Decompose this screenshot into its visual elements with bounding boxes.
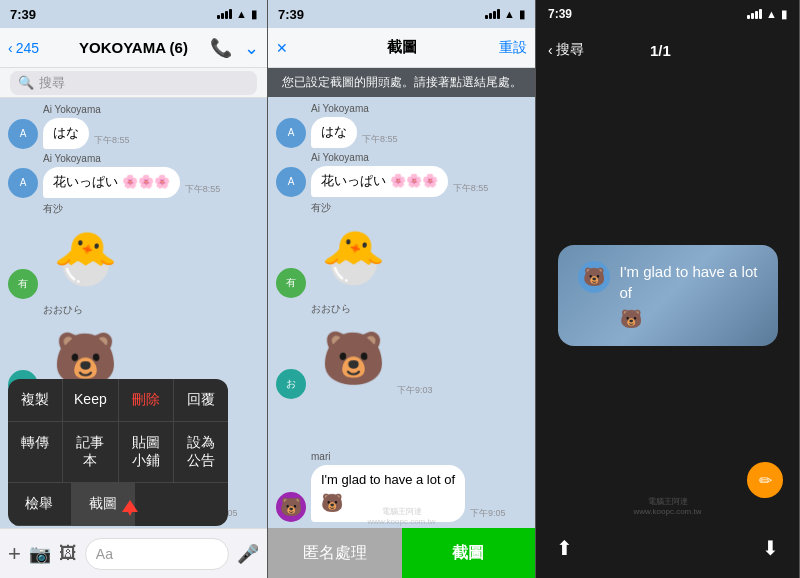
input-label-aa: Aa	[96, 546, 113, 562]
download-button[interactable]: ⬇	[762, 536, 779, 560]
sticker-p2-2[interactable]: 🐻	[313, 319, 393, 399]
avatar-arisa-p2: 有	[276, 268, 306, 298]
sender-ai-p2-1: Ai Yokoyama	[276, 103, 527, 114]
msg-row-p2-bottom: 🐻 I'm glad to have a lot of 🐻 下午9:05	[276, 465, 527, 522]
time-p2-bottom: 下午9:05	[470, 507, 506, 520]
screenshot-msg-content: I'm glad to have a lot of 🐻	[620, 261, 758, 330]
ctx-keep[interactable]: Keep	[63, 379, 118, 422]
screenshot-msg-text: I'm glad to have a lot of	[620, 261, 758, 303]
reset-button[interactable]: 重設	[499, 39, 527, 57]
chat-panel: 7:39 ▲ ▮ ‹ 245 YOKOYAMA (6) 📞 ⌄ 🔍 搜尋	[0, 0, 268, 578]
time-sticker-p2-2: 下午9:03	[397, 384, 433, 397]
nav-bar-2: ✕ 截圖 重設	[268, 28, 535, 68]
sender-ai-1: Ai Yokoyama	[8, 104, 259, 115]
avatar-p3: 🐻	[578, 261, 610, 293]
fullscreen-content: 🐻 I'm glad to have a lot of 🐻 ✏	[536, 72, 799, 518]
status-bar-1: 7:39 ▲ ▮	[0, 0, 267, 28]
battery-icon-2: ▮	[519, 8, 525, 21]
bubble-p2-2[interactable]: 花いっぱい 🌸🌸🌸	[311, 166, 448, 197]
msg-group-p2-1: Ai Yokoyama A はな 下午8:55	[276, 103, 527, 148]
time-3: 7:39	[548, 7, 572, 21]
status-bar-2: 7:39 ▲ ▮	[268, 0, 535, 28]
mic-icon[interactable]: 🎤	[237, 543, 259, 565]
bottom-buttons-2: 匿名處理 截圖	[268, 528, 535, 578]
ctx-reply[interactable]: 回覆	[174, 379, 228, 422]
avatar-oohira-p2: お	[276, 369, 306, 399]
bubble-2[interactable]: 花いっぱい 🌸🌸🌸	[43, 167, 180, 198]
ctx-announce[interactable]: 設為公告	[174, 422, 228, 483]
chevron-down-icon[interactable]: ⌄	[244, 37, 259, 59]
bubble-p2-1[interactable]: はな	[311, 117, 357, 148]
nav-bar-1: ‹ 245 YOKOYAMA (6) 📞 ⌄	[0, 28, 267, 68]
time-2: 7:39	[278, 7, 304, 22]
msg-row-2: A 花いっぱい 🌸🌸🌸 下午8:55	[8, 167, 259, 198]
sticker-p2-1[interactable]: 🐣	[313, 218, 393, 298]
status-icons-3: ▲ ▮	[747, 8, 787, 21]
nav-title-1: YOKOYAMA (6)	[79, 39, 188, 56]
bottom-msg-text-2: I'm glad to have a lot of	[321, 472, 455, 487]
nav-bar-3: ‹ 搜尋 1/1	[536, 28, 799, 72]
wifi-icon-2: ▲	[504, 8, 515, 20]
call-icon[interactable]: 📞	[210, 37, 232, 59]
search-bar-1: 🔍 搜尋	[0, 68, 267, 98]
sender-arisa: 有沙	[8, 202, 259, 216]
ctx-row-1: 複製 Keep 刪除 回覆	[8, 379, 228, 422]
ctx-delete[interactable]: 刪除	[119, 379, 174, 422]
crop-button[interactable]: 截圖	[402, 528, 536, 578]
p3-bottom-bar: ⬆ ⬇	[536, 518, 799, 578]
msg-row-p2-1: A はな 下午8:55	[276, 117, 527, 148]
avatar-ai-p2-2: A	[276, 167, 306, 197]
input-bar-1: + 📷 🖼 Aa 🎤	[0, 528, 267, 578]
msg-group-p2-sticker1: 有沙 有 🐣	[276, 201, 527, 298]
chat-messages-2: Ai Yokoyama A はな 下午8:55 Ai Yokoyama A 花い…	[268, 97, 535, 528]
msg-group-1: Ai Yokoyama A はな 下午8:55	[8, 104, 259, 149]
msg-row-1: A はな 下午8:55	[8, 118, 259, 149]
red-arrow	[118, 496, 142, 524]
search-icon: 🔍	[18, 75, 34, 90]
bottom-emoji-p2: 🐻	[321, 492, 455, 515]
battery-icon-3: ▮	[781, 8, 787, 21]
edit-button[interactable]: ✏	[747, 462, 783, 498]
avatar-ai-1: A	[8, 119, 38, 149]
ctx-forward[interactable]: 轉傳	[8, 422, 63, 483]
back-button-3[interactable]: ‹ 搜尋	[548, 41, 584, 59]
sender-oohira-p2: おおひら	[276, 302, 527, 316]
sender-arisa-p2: 有沙	[276, 201, 527, 215]
time-1: 7:39	[10, 7, 36, 22]
back-button-2[interactable]: ✕	[276, 40, 288, 56]
screenshot-message-bubble: 🐻 I'm glad to have a lot of 🐻	[558, 245, 778, 346]
status-icons-2: ▲ ▮	[485, 8, 525, 21]
search-placeholder-1: 搜尋	[39, 74, 65, 92]
ctx-report[interactable]: 檢舉	[8, 483, 72, 526]
back-button-1[interactable]: ‹ 245	[8, 40, 39, 56]
msg-row-p2-2: A 花いっぱい 🌸🌸🌸 下午8:55	[276, 166, 527, 197]
sender-oohira: おおひら	[8, 303, 259, 317]
screenshot-msg-emoji: 🐻	[620, 308, 758, 330]
msg-row-p2-sticker2: お 🐻 下午9:03	[276, 319, 527, 399]
nav-actions-1: 📞 ⌄	[210, 37, 259, 59]
msg-group-p2-sticker2: おおひら お 🐻 下午9:03	[276, 302, 527, 399]
time-msg-2: 下午8:55	[185, 183, 221, 196]
bubble-p2-bottom[interactable]: I'm glad to have a lot of 🐻	[311, 465, 465, 522]
fullscreen-panel: 7:39 ▲ ▮ ‹ 搜尋 1/1 🐻 I'm glad to have a l…	[536, 0, 800, 578]
share-icon: ⬆	[556, 537, 573, 559]
image-icon[interactable]: 🖼	[59, 543, 77, 564]
ctx-note[interactable]: 記事本	[63, 422, 118, 483]
search-input-1[interactable]: 🔍 搜尋	[10, 71, 257, 95]
msg-row-p2-sticker1: 有 🐣	[276, 218, 527, 298]
bubble-1[interactable]: はな	[43, 118, 89, 149]
anon-button[interactable]: 匿名處理	[268, 528, 402, 578]
time-p2-1: 下午8:55	[362, 133, 398, 146]
signal-icon-2	[485, 9, 500, 19]
ctx-copy[interactable]: 複製	[8, 379, 63, 422]
signal-icon	[217, 9, 232, 19]
screenshot-crop-panel: 7:39 ▲ ▮ ✕ 截圖 重設 您已設定截圖的開頭處。請接著點選結尾處。 Ai…	[268, 0, 536, 578]
plus-icon[interactable]: +	[8, 541, 21, 567]
ctx-sticker-shop[interactable]: 貼圖小鋪	[119, 422, 174, 483]
share-button[interactable]: ⬆	[556, 536, 573, 560]
sender-ai-p2-2: Ai Yokoyama	[276, 152, 527, 163]
sticker-1[interactable]: 🐣	[45, 219, 125, 299]
sender-mari-p2: mari	[276, 451, 527, 462]
camera-icon[interactable]: 📷	[29, 543, 51, 565]
message-input-1[interactable]: Aa	[85, 538, 229, 570]
